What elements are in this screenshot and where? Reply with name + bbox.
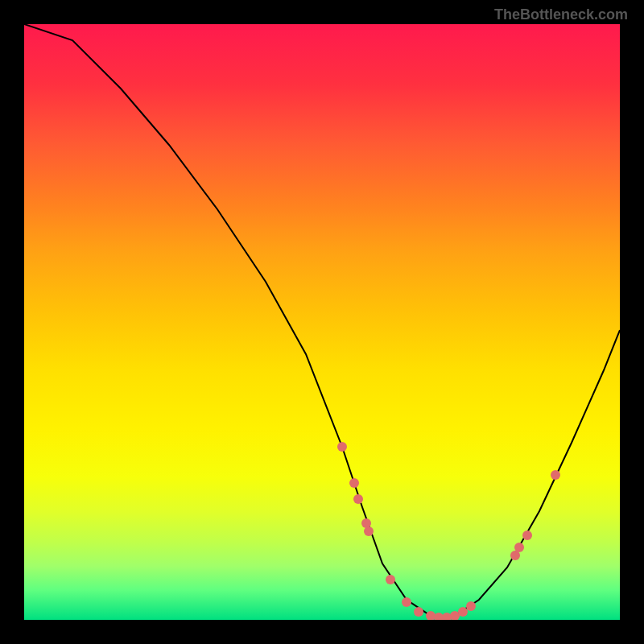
bottleneck-curve (24, 24, 620, 616)
data-point (386, 575, 395, 584)
data-point (551, 470, 560, 480)
data-point (337, 442, 347, 452)
data-point (402, 597, 411, 607)
data-point (514, 543, 524, 552)
curve-layer (24, 24, 620, 620)
scatter-dots (337, 442, 560, 620)
data-point (414, 607, 423, 617)
data-point (349, 478, 359, 488)
chart-container: TheBottleneck.com (0, 0, 644, 644)
data-point (522, 530, 532, 540)
watermark-text: TheBottleneck.com (494, 6, 628, 23)
data-point (458, 607, 468, 617)
data-point (353, 494, 363, 504)
plot-area (24, 24, 620, 620)
data-point (466, 601, 476, 611)
data-point (364, 526, 374, 536)
